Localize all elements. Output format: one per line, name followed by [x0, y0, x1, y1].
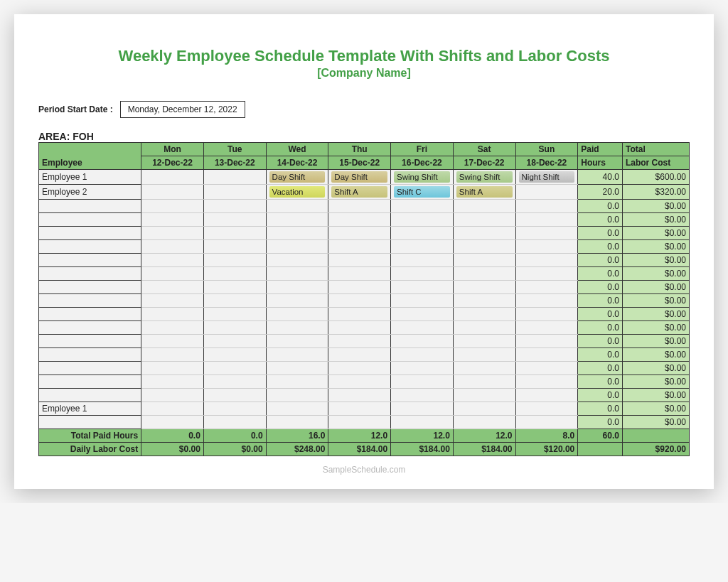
- shift-cell[interactable]: [328, 240, 391, 254]
- shift-cell[interactable]: Shift A: [453, 185, 515, 200]
- shift-cell[interactable]: Vacation: [266, 185, 328, 200]
- shift-cell[interactable]: [453, 227, 515, 240]
- shift-cell[interactable]: [453, 240, 515, 254]
- employee-cell[interactable]: [39, 240, 141, 254]
- shift-cell[interactable]: [266, 281, 328, 294]
- shift-cell[interactable]: [391, 227, 454, 240]
- shift-cell[interactable]: [391, 200, 454, 213]
- shift-cell[interactable]: [453, 267, 515, 281]
- shift-cell[interactable]: [266, 362, 328, 375]
- shift-cell[interactable]: [328, 402, 391, 416]
- shift-cell[interactable]: [515, 389, 578, 402]
- period-start-date[interactable]: Monday, December 12, 2022: [120, 101, 245, 118]
- shift-cell[interactable]: [453, 375, 515, 389]
- shift-cell[interactable]: [328, 375, 391, 389]
- shift-cell[interactable]: [141, 281, 204, 294]
- shift-cell[interactable]: [453, 294, 515, 308]
- shift-cell[interactable]: [328, 281, 391, 294]
- shift-cell[interactable]: [328, 308, 391, 321]
- shift-cell[interactable]: [141, 227, 204, 240]
- shift-cell[interactable]: [515, 185, 578, 200]
- shift-cell[interactable]: [203, 294, 266, 308]
- shift-cell[interactable]: [328, 389, 391, 402]
- shift-cell[interactable]: [141, 402, 204, 416]
- shift-cell[interactable]: [328, 335, 391, 348]
- shift-cell[interactable]: [515, 240, 578, 254]
- shift-cell[interactable]: [453, 281, 515, 294]
- shift-cell[interactable]: [266, 294, 328, 308]
- shift-cell[interactable]: [328, 227, 391, 240]
- shift-cell[interactable]: [391, 362, 454, 375]
- shift-cell[interactable]: [203, 362, 266, 375]
- employee-cell[interactable]: [39, 308, 141, 321]
- employee-cell[interactable]: [39, 348, 141, 362]
- shift-cell[interactable]: [266, 254, 328, 267]
- shift-cell[interactable]: [515, 267, 578, 281]
- employee-cell[interactable]: [39, 227, 141, 240]
- shift-cell[interactable]: [391, 213, 454, 227]
- shift-cell[interactable]: [141, 267, 204, 281]
- shift-cell[interactable]: [453, 321, 515, 335]
- shift-cell[interactable]: [515, 321, 578, 335]
- shift-cell[interactable]: [203, 240, 266, 254]
- shift-cell[interactable]: [141, 200, 204, 213]
- shift-cell[interactable]: [391, 294, 454, 308]
- shift-cell[interactable]: [453, 308, 515, 321]
- shift-cell[interactable]: [203, 227, 266, 240]
- shift-cell[interactable]: Shift A: [328, 185, 391, 200]
- shift-cell[interactable]: [266, 213, 328, 227]
- shift-cell[interactable]: [515, 200, 578, 213]
- shift-cell[interactable]: [391, 348, 454, 362]
- shift-cell[interactable]: [203, 170, 266, 185]
- shift-cell[interactable]: [515, 375, 578, 389]
- shift-cell[interactable]: [515, 362, 578, 375]
- shift-cell[interactable]: [391, 281, 454, 294]
- shift-cell[interactable]: [141, 335, 204, 348]
- shift-cell[interactable]: [141, 375, 204, 389]
- shift-cell[interactable]: [453, 389, 515, 402]
- shift-cell[interactable]: [203, 267, 266, 281]
- shift-cell[interactable]: [141, 362, 204, 375]
- shift-cell[interactable]: [515, 348, 578, 362]
- shift-cell[interactable]: [515, 227, 578, 240]
- shift-cell[interactable]: [203, 402, 266, 416]
- employee-cell[interactable]: Employee 1: [39, 402, 141, 416]
- employee-cell[interactable]: [39, 375, 141, 389]
- shift-cell[interactable]: [391, 335, 454, 348]
- employee-cell[interactable]: [39, 335, 141, 348]
- shift-cell[interactable]: [266, 227, 328, 240]
- shift-cell[interactable]: [203, 200, 266, 213]
- shift-cell[interactable]: [203, 375, 266, 389]
- shift-cell[interactable]: [391, 308, 454, 321]
- shift-cell[interactable]: [515, 294, 578, 308]
- shift-cell[interactable]: [141, 294, 204, 308]
- shift-cell[interactable]: [203, 254, 266, 267]
- shift-cell[interactable]: [515, 402, 578, 416]
- shift-cell[interactable]: Swing Shift: [391, 170, 454, 185]
- employee-cell[interactable]: [39, 200, 141, 213]
- shift-cell[interactable]: [203, 321, 266, 335]
- shift-cell[interactable]: [515, 416, 578, 429]
- shift-cell[interactable]: [141, 254, 204, 267]
- shift-cell[interactable]: [203, 335, 266, 348]
- shift-cell[interactable]: [391, 240, 454, 254]
- shift-cell[interactable]: [266, 389, 328, 402]
- shift-cell[interactable]: [266, 348, 328, 362]
- shift-cell[interactable]: [453, 335, 515, 348]
- shift-cell[interactable]: [391, 402, 454, 416]
- shift-cell[interactable]: [266, 416, 328, 429]
- shift-cell[interactable]: [203, 281, 266, 294]
- shift-cell[interactable]: [141, 321, 204, 335]
- shift-cell[interactable]: [203, 308, 266, 321]
- shift-cell[interactable]: [266, 321, 328, 335]
- employee-cell[interactable]: [39, 389, 141, 402]
- shift-cell[interactable]: [266, 335, 328, 348]
- employee-cell[interactable]: Employee 2: [39, 185, 141, 200]
- shift-cell[interactable]: [266, 200, 328, 213]
- shift-cell[interactable]: [141, 240, 204, 254]
- shift-cell[interactable]: [328, 213, 391, 227]
- shift-cell[interactable]: [141, 389, 204, 402]
- shift-cell[interactable]: [266, 240, 328, 254]
- employee-cell[interactable]: [39, 294, 141, 308]
- shift-cell[interactable]: [203, 185, 266, 200]
